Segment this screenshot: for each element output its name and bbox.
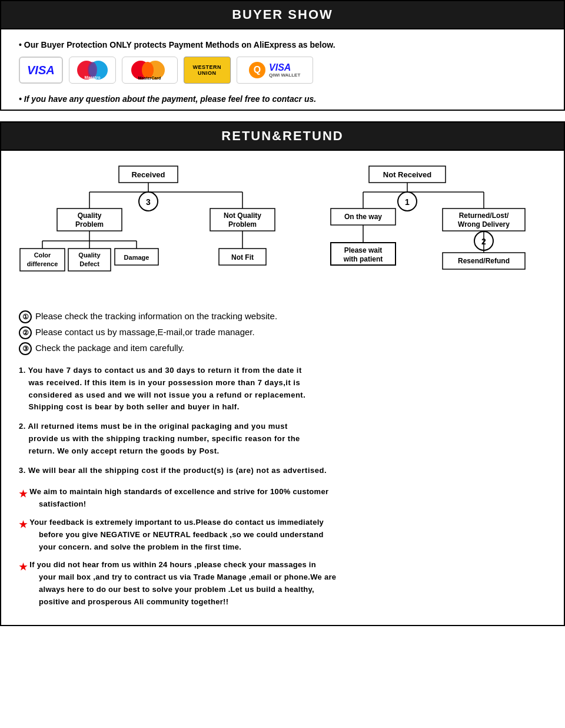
western-union-logo: WESTERN UNION — [184, 57, 231, 84]
buyer-show-title: BUYER SHOW — [232, 7, 333, 22]
circle-2: ② — [19, 326, 32, 339]
return-refund-title: RETUN&RETUND — [221, 128, 343, 143]
buyer-show-section: • Our Buyer Protection ONLY protects Pay… — [0, 29, 565, 111]
instruction-1-text: Please check the tracking information on… — [35, 310, 277, 323]
svg-text:Wrong Delivery: Wrong Delivery — [458, 220, 510, 229]
star-items-list: ★ We aim to maintain high standards of e… — [19, 486, 546, 608]
circle-1: ① — [19, 310, 32, 323]
svg-text:with patient: with patient — [343, 255, 383, 263]
instruction-3: ③ Check the package and item carefully. — [19, 342, 546, 355]
return-refund-section: Received 3 Quality Problem Color differe… — [0, 151, 565, 626]
svg-text:Problem: Problem — [228, 220, 257, 229]
svg-text:Received: Received — [131, 170, 165, 179]
svg-text:Quality: Quality — [78, 252, 101, 259]
visa-qiwi-logo: Q VISA QIWI WALLET — [237, 57, 313, 84]
contact-text: • If you have any question about the pay… — [19, 94, 546, 104]
mastercard-svg: MasterCard — [123, 58, 176, 82]
visa-logo: VISA — [19, 57, 63, 84]
svg-text:3: 3 — [146, 197, 151, 207]
instruction-2: ② Please contact us by massage,E-mail,or… — [19, 326, 546, 339]
svg-text:Resend/Refund: Resend/Refund — [458, 257, 510, 265]
instruction-1: ① Please check the tracking information … — [19, 310, 546, 323]
star-icon-2: ★ — [19, 517, 27, 532]
svg-text:Problem: Problem — [75, 220, 104, 229]
qiwi-icon: Q — [249, 62, 265, 78]
star-icon-1: ★ — [19, 487, 27, 502]
numbered-item-3: 3. We will bear all the shipping cost if… — [19, 465, 546, 477]
svg-text:Not Fit: Not Fit — [231, 253, 254, 262]
numbered-item-2: 2. All returned items must be in the ori… — [19, 421, 546, 457]
svg-text:Not  Received: Not Received — [383, 170, 431, 179]
flowchart-svg: Received 3 Quality Problem Color differe… — [19, 161, 549, 297]
return-refund-header: RETUN&RETUND — [0, 121, 565, 151]
svg-text:Damage: Damage — [124, 254, 149, 261]
numbered-item-1: 1. You have 7 days to contact us and 30 … — [19, 365, 546, 413]
star-item-3: ★ If you did not hear from us within 24 … — [19, 559, 546, 608]
instructions-list: ① Please check the tracking information … — [19, 310, 546, 355]
mastercard-logo: MasterCard — [122, 57, 178, 84]
star-item-1: ★ We aim to maintain high standards of e… — [19, 486, 546, 511]
maestro-svg: Maestro — [72, 58, 113, 82]
protection-text: • Our Buyer Protection ONLY protects Pay… — [19, 40, 546, 49]
circle-3: ③ — [19, 342, 32, 355]
instruction-3-text: Check the package and item carefully. — [35, 342, 184, 355]
numbered-list: 1. You have 7 days to contact us and 30 … — [19, 365, 546, 476]
svg-text:1: 1 — [405, 197, 410, 207]
svg-text:Not Quality: Not Quality — [224, 211, 261, 220]
flowchart-container: Received 3 Quality Problem Color differe… — [19, 161, 546, 299]
maestro-logo: Maestro — [69, 57, 116, 84]
buyer-show-header: BUYER SHOW — [0, 0, 565, 29]
svg-text:Defect: Defect — [79, 260, 99, 267]
star-item-2: ★ Your feedback is extremely important t… — [19, 517, 546, 553]
instruction-2-text: Please contact us by massage,E-mail,or t… — [35, 326, 255, 339]
svg-text:MasterCard: MasterCard — [138, 76, 161, 80]
svg-text:Maestro: Maestro — [84, 75, 100, 80]
svg-text:Please wait: Please wait — [344, 246, 383, 254]
svg-text:difference: difference — [27, 260, 58, 267]
svg-text:Returned/Lost/: Returned/Lost/ — [459, 211, 509, 220]
payment-logos-row: VISA Maestro MasterCard WESTERN UNION — [19, 57, 546, 84]
svg-text:Quality: Quality — [78, 211, 102, 220]
svg-text:On the way: On the way — [344, 213, 382, 221]
star-icon-3: ★ — [19, 560, 27, 575]
svg-text:Color: Color — [34, 252, 51, 259]
